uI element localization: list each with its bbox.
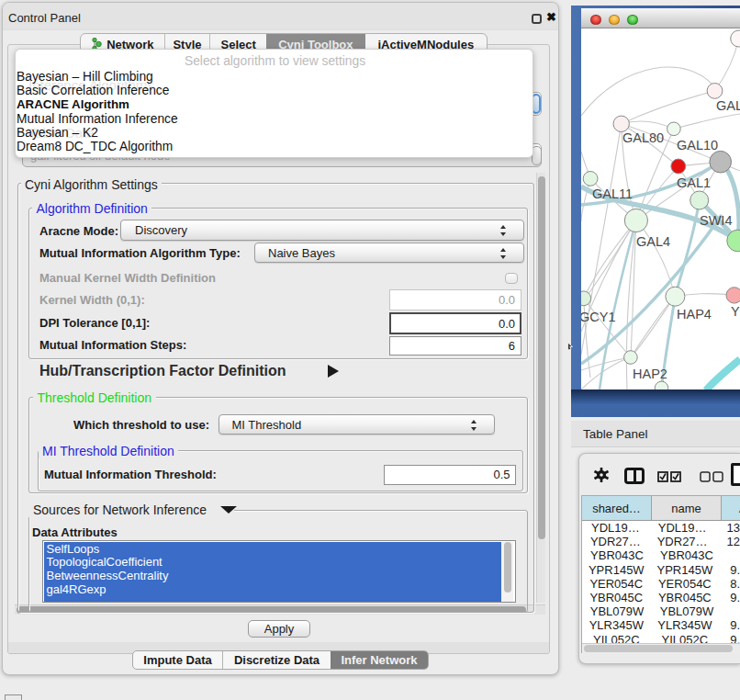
svg-text:HAP2: HAP2 (633, 367, 667, 381)
svg-text:HAP4: HAP4 (677, 307, 712, 322)
svg-text:GAL80: GAL80 (622, 130, 664, 145)
svg-text:GAL4: GAL4 (636, 234, 670, 249)
svg-text:GCY1: GCY1 (581, 310, 616, 324)
svg-text:SWI4: SWI4 (700, 213, 732, 228)
svg-text:GAL11: GAL11 (592, 186, 633, 201)
svg-text:GAL1: GAL1 (677, 175, 711, 190)
svg-text:GAL10: GAL10 (677, 138, 718, 152)
svg-text:GAL7: GAL7 (716, 98, 740, 113)
svg-text:Y: Y (731, 304, 740, 319)
